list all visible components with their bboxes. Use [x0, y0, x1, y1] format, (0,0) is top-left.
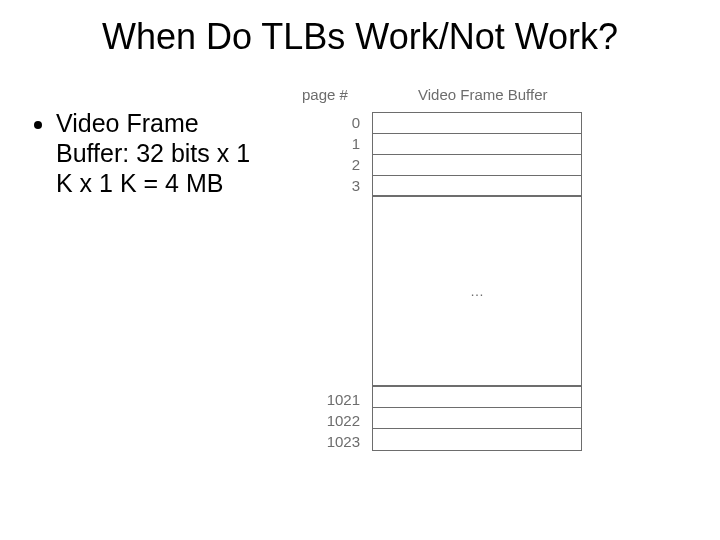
buffer-row: [373, 134, 581, 155]
page-label: 1022: [310, 412, 360, 429]
bullet-item: Video Frame Buffer: 32 bits x 1 K x 1 K …: [56, 108, 266, 198]
page-label: 0: [310, 114, 360, 131]
buffer-gap: …: [373, 197, 581, 387]
bullet-list: Video Frame Buffer: 32 bits x 1 K x 1 K …: [36, 108, 266, 198]
page-label: 1: [310, 135, 360, 152]
page-label: 2: [310, 156, 360, 173]
column-header-page: page #: [302, 86, 348, 103]
page-label: 1021: [310, 391, 360, 408]
buffer-row: [373, 429, 581, 450]
page-label: 1023: [310, 433, 360, 450]
buffer-row: [373, 155, 581, 176]
buffer-row: [373, 176, 581, 197]
slide-title: When Do TLBs Work/Not Work?: [0, 16, 720, 58]
buffer-row: [373, 113, 581, 134]
column-header-buffer: Video Frame Buffer: [418, 86, 548, 103]
frame-buffer-diagram: page # Video Frame Buffer 0 1 2 3 1021 1…: [280, 82, 690, 497]
buffer-row: [373, 408, 581, 429]
page-label: 3: [310, 177, 360, 194]
buffer-row: [373, 387, 581, 408]
buffer-table: …: [372, 112, 582, 451]
ellipsis: …: [470, 283, 484, 299]
slide: When Do TLBs Work/Not Work? Video Frame …: [0, 0, 720, 540]
